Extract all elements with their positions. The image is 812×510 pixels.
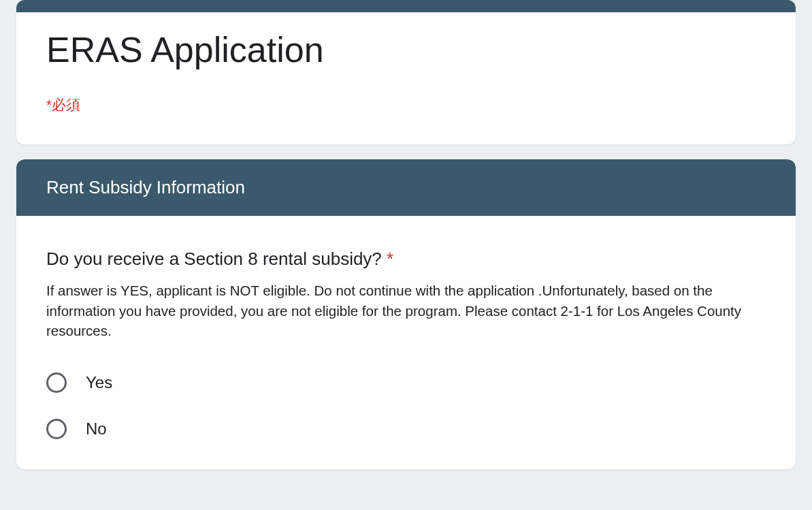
header-accent-bar <box>16 0 796 12</box>
question-title-text: Do you receive a Section 8 rental subsid… <box>46 249 382 269</box>
radio-group: Yes No <box>46 372 766 439</box>
form-header-card: ERAS Application *必須 <box>16 0 796 144</box>
question-card: Rent Subsidy Information Do you receive … <box>16 159 796 469</box>
radio-option-yes[interactable]: Yes <box>46 372 112 393</box>
section-banner: Rent Subsidy Information <box>16 159 796 216</box>
question-description: If answer is YES, applicant is NOT eligi… <box>46 281 766 341</box>
radio-icon <box>46 372 67 393</box>
radio-label: Yes <box>86 373 112 392</box>
required-asterisk: * <box>387 249 393 269</box>
radio-icon <box>46 419 67 439</box>
radio-option-no[interactable]: No <box>46 419 107 439</box>
form-title: ERAS Application <box>46 30 766 71</box>
required-indicator: *必須 <box>46 95 766 114</box>
question-title: Do you receive a Section 8 rental subsid… <box>46 247 766 271</box>
radio-label: No <box>86 419 107 439</box>
